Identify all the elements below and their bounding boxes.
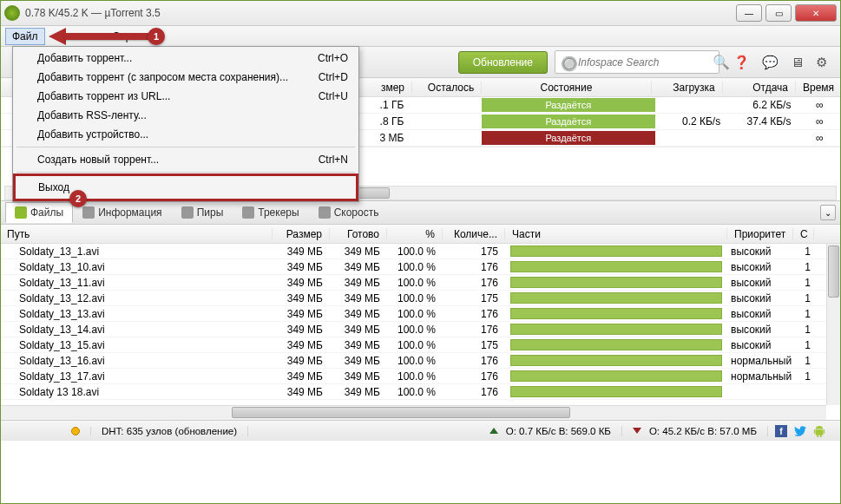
files-h-scrollbar[interactable] bbox=[0, 405, 826, 420]
minimize-button[interactable]: — bbox=[736, 4, 762, 22]
menu-add-rss[interactable]: Добавить RSS-ленту... bbox=[15, 106, 357, 125]
tab-speed[interactable]: Скорость bbox=[309, 202, 389, 223]
menu-add-torrent-ask[interactable]: Добавить торрент (с запросом места сохра… bbox=[15, 68, 357, 87]
fcol-pct[interactable]: % bbox=[387, 228, 443, 240]
cell-size: .8 ГБ bbox=[365, 115, 411, 128]
tab-trackers[interactable]: Трекеры bbox=[233, 202, 308, 223]
cell-time: ∞ bbox=[798, 115, 841, 128]
files-list: Soldaty_13_1.avi349 МБ349 МБ100.0 %175вы… bbox=[0, 244, 841, 405]
file-row[interactable]: Soldaty_13_16.avi349 МБ349 МБ100.0 %176н… bbox=[0, 353, 841, 369]
window-buttons: — ▭ ✕ bbox=[736, 4, 837, 22]
tab-files[interactable]: Файлы bbox=[5, 202, 73, 223]
menu-exit[interactable]: Выход bbox=[13, 173, 358, 201]
cell-priority: высокий bbox=[727, 292, 793, 304]
file-row[interactable]: Soldaty 13 18.avi349 МБ349 МБ100.0 %176 bbox=[0, 384, 841, 400]
col-remaining[interactable]: Осталось bbox=[412, 82, 482, 94]
close-button[interactable]: ✕ bbox=[795, 4, 837, 22]
arrow-line bbox=[64, 33, 149, 40]
tab-info[interactable]: Информация bbox=[73, 202, 171, 223]
cell-done: 349 МБ bbox=[330, 277, 387, 289]
menu-add-device[interactable]: Добавить устройство... bbox=[15, 125, 357, 144]
menu-add-torrent[interactable]: Добавить торрент...Ctrl+O bbox=[15, 49, 357, 68]
settings-icon[interactable]: ⚙ bbox=[816, 55, 827, 70]
files-icon bbox=[15, 206, 27, 219]
file-row[interactable]: Soldaty_13_15.avi349 МБ349 МБ100.0 %175в… bbox=[0, 337, 841, 353]
col-size[interactable]: змер bbox=[365, 82, 412, 94]
scrollbar-thumb[interactable] bbox=[232, 407, 570, 418]
v-scrollbar[interactable] bbox=[826, 244, 841, 405]
fcol-size[interactable]: Размер bbox=[273, 228, 330, 240]
cell-done: 349 МБ bbox=[330, 308, 387, 320]
network-status[interactable] bbox=[61, 427, 91, 435]
cell-parts bbox=[505, 308, 727, 319]
menu-add-url[interactable]: Добавить торрент из URL...Ctrl+U bbox=[15, 87, 357, 106]
maximize-button[interactable]: ▭ bbox=[765, 4, 792, 22]
cell-size: 349 МБ bbox=[273, 292, 330, 304]
file-row[interactable]: Soldaty_13_13.avi349 МБ349 МБ100.0 %176в… bbox=[0, 306, 841, 322]
facebook-icon[interactable]: f bbox=[775, 425, 787, 437]
cell-size: 349 МБ bbox=[273, 355, 330, 367]
search-box[interactable]: 🔘 🔍 bbox=[555, 50, 719, 74]
progress-bar bbox=[510, 324, 722, 335]
titlebar: 0.78 K/45.2 K — µTorrent 3.5 — ▭ ✕ bbox=[0, 0, 841, 26]
col-time[interactable]: Время bbox=[796, 82, 841, 94]
cell-priority: высокий bbox=[727, 324, 793, 336]
menu-file[interactable]: Файл bbox=[5, 28, 45, 45]
speed-icon bbox=[319, 206, 331, 219]
cell-size: 349 МБ bbox=[273, 386, 330, 398]
feed-icon[interactable]: 💬 bbox=[762, 55, 779, 70]
cell-size: 349 МБ bbox=[273, 324, 330, 336]
file-row[interactable]: Soldaty_13_17.avi349 МБ349 МБ100.0 %176н… bbox=[0, 369, 841, 384]
twitter-icon[interactable] bbox=[794, 425, 806, 437]
cell-dl: 0.2 КБ/s bbox=[659, 115, 727, 128]
cell-pct: 100.0 % bbox=[387, 292, 443, 304]
cell-path: Soldaty_13_14.avi bbox=[0, 324, 273, 336]
cell-size: 3 МБ bbox=[365, 132, 411, 144]
android-icon[interactable] bbox=[813, 425, 825, 437]
cell-parts bbox=[505, 386, 727, 397]
cell-state: Раздаётся bbox=[482, 115, 655, 128]
devices-icon[interactable]: 🖥 bbox=[791, 55, 804, 70]
detail-tabs: Файлы Информация Пиры Трекеры Скорость ⌄ bbox=[0, 200, 841, 225]
progress-bar bbox=[510, 277, 722, 288]
col-download[interactable]: Загрузка bbox=[652, 82, 723, 94]
cell-ul: 6.2 КБ/s bbox=[727, 99, 798, 111]
fcol-last[interactable]: С bbox=[793, 228, 814, 240]
download-status[interactable]: О: 45.2 КБ/с В: 57.0 МБ bbox=[622, 426, 768, 436]
file-row[interactable]: Soldaty_13_10.avi349 МБ349 МБ100.0 %176в… bbox=[0, 259, 841, 275]
col-upload[interactable]: Отдача bbox=[723, 82, 796, 94]
cell-parts bbox=[505, 277, 727, 288]
fcol-path[interactable]: Путь bbox=[0, 228, 273, 240]
fcol-priority[interactable]: Приоритет bbox=[727, 228, 793, 240]
scrollbar-thumb[interactable] bbox=[828, 245, 839, 298]
fcol-done[interactable]: Готово bbox=[330, 228, 387, 240]
cell-size: 349 МБ bbox=[273, 370, 330, 383]
info-icon bbox=[82, 206, 95, 219]
search-input[interactable] bbox=[578, 56, 709, 69]
tab-peers[interactable]: Пиры bbox=[172, 202, 233, 223]
cell-size: 349 МБ bbox=[273, 245, 330, 258]
network-dot-icon bbox=[71, 427, 80, 435]
update-button[interactable]: Обновление bbox=[458, 51, 548, 74]
remote-icon[interactable]: ❓ bbox=[733, 55, 750, 70]
cell-path: Soldaty 13 18.avi bbox=[0, 386, 273, 398]
upload-status[interactable]: О: 0.7 КБ/с В: 569.0 КБ bbox=[479, 426, 622, 436]
file-row[interactable]: Soldaty_13_14.avi349 МБ349 МБ100.0 %176в… bbox=[0, 322, 841, 337]
col-state[interactable]: Состояние bbox=[482, 82, 651, 94]
fcol-parts[interactable]: Части bbox=[505, 228, 727, 240]
cell-pct: 100.0 % bbox=[387, 355, 443, 367]
cell-last: 1 bbox=[793, 261, 814, 273]
cell-time: ∞ bbox=[798, 132, 841, 144]
collapse-button[interactable]: ⌄ bbox=[820, 205, 836, 220]
cell-last: 1 bbox=[793, 370, 814, 383]
file-row[interactable]: Soldaty_13_1.avi349 МБ349 МБ100.0 %175вы… bbox=[0, 244, 841, 259]
menu-create-torrent[interactable]: Создать новый торрент...Ctrl+N bbox=[15, 150, 357, 169]
file-row[interactable]: Soldaty_13_11.avi349 МБ349 МБ100.0 %176в… bbox=[0, 275, 841, 291]
search-icon[interactable]: 🔍 bbox=[713, 54, 730, 70]
progress-bar bbox=[510, 355, 722, 366]
cell-done: 349 МБ bbox=[330, 292, 387, 304]
cell-path: Soldaty_13_11.avi bbox=[0, 277, 273, 289]
cell-size: .1 ГБ bbox=[365, 99, 411, 111]
fcol-count[interactable]: Количе... bbox=[443, 228, 505, 240]
file-row[interactable]: Soldaty_13_12.avi349 МБ349 МБ100.0 %175в… bbox=[0, 291, 841, 306]
